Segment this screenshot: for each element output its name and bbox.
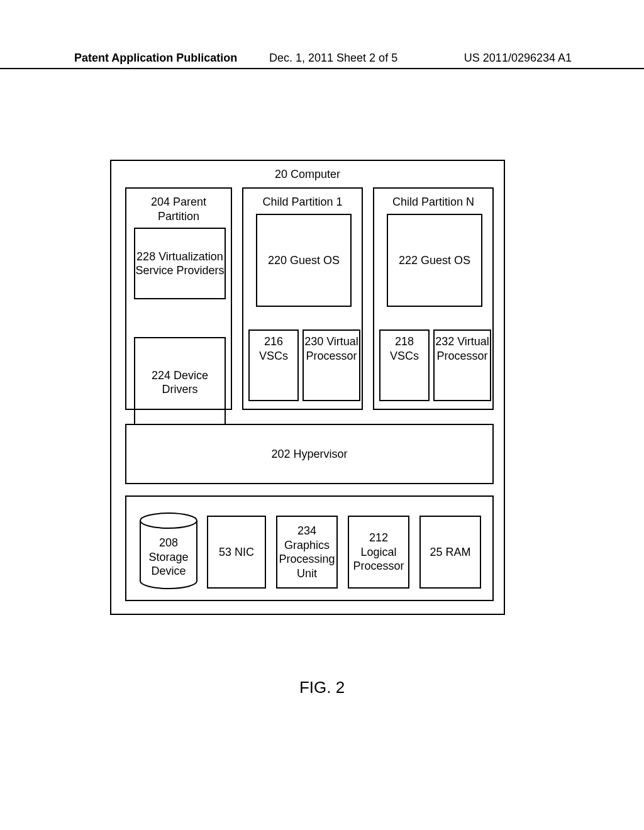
vsp-box: 228 Virtualization Service Providers [134,228,226,299]
vproc-n-label: 232 Virtual Processor [435,335,490,363]
parent-partition-title: 204 Parent Partition [129,195,228,223]
figure-caption: FIG. 2 [0,678,644,697]
hardware-row: 208 Storage Device 53 NIC 234 Graphics P… [125,495,494,601]
vproc-1-box: 230 Virtual Processor [303,329,360,401]
vscs-n-label: 218 VSCs [380,335,428,363]
nic-box: 53 NIC [207,516,266,589]
hypervisor-box: 202 Hypervisor [125,424,494,484]
child-partition-1-box: Child Partition 1 220 Guest OS 216 VSCs … [242,187,363,410]
header-right: US 2011/0296234 A1 [464,52,572,65]
page: Patent Application Publication Dec. 1, 2… [0,0,644,830]
page-header: Patent Application Publication Dec. 1, 2… [74,52,572,65]
storage-device-box: 208 Storage Device [139,512,198,590]
figure-frame: 20 Computer 204 Parent Partition 228 Vir… [110,160,505,615]
logical-processor-label: 212 Logical Processor [353,531,404,573]
guest-os-1-box: 220 Guest OS [256,214,352,307]
nic-label: 53 NIC [219,545,254,560]
device-drivers-label: 224 Device Drivers [135,368,225,397]
hypervisor-label: 202 Hypervisor [271,447,347,462]
gpu-box: 234 Graphics Processing Unit [276,516,338,589]
child-partition-1-title: Child Partition 1 [262,195,342,209]
header-divider [0,68,644,69]
gpu-label: 234 Graphics Processing Unit [279,524,335,580]
header-left: Patent Application Publication [74,52,237,65]
device-drivers-box: 224 Device Drivers [134,337,226,428]
child-partition-n-title: Child Partition N [392,195,474,209]
vproc-1-label: 230 Virtual Processor [304,335,359,363]
guest-os-1-label: 220 Guest OS [268,253,340,268]
guest-os-n-box: 222 Guest OS [387,214,482,307]
vproc-n-box: 232 Virtual Processor [433,329,491,401]
svg-point-0 [140,513,197,528]
ram-box: 25 RAM [419,516,481,589]
vscs-1-label: 216 VSCs [250,335,297,363]
computer-title: 20 Computer [275,167,340,182]
logical-processor-box: 212 Logical Processor [348,516,409,589]
ram-label: 25 RAM [430,545,470,560]
storage-device-label: 208 Storage Device [139,536,198,578]
child-partition-n-box: Child Partition N 222 Guest OS 218 VSCs … [373,187,494,410]
header-center: Dec. 1, 2011 Sheet 2 of 5 [269,52,397,65]
vsp-label: 228 Virtualization Service Providers [135,250,225,278]
guest-os-n-label: 222 Guest OS [399,253,470,268]
parent-partition-box: 204 Parent Partition 228 Virtualization … [125,187,232,410]
vscs-1-box: 216 VSCs [248,329,299,401]
vscs-n-box: 218 VSCs [379,329,430,401]
